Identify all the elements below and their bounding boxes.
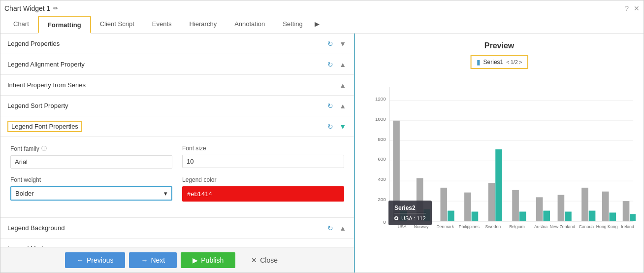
prop-row-legend-font: Legend Font Properties ↻ ▼ xyxy=(0,116,354,137)
tab-annotation[interactable]: Annotation xyxy=(225,16,274,34)
legend-next-icon[interactable]: > xyxy=(519,59,522,65)
chevron-up-icon-4[interactable]: ▲ xyxy=(338,223,347,233)
legend-font-expanded: Font family ⓘ Font size Font weight xyxy=(0,137,354,218)
publish-icon: ▶ xyxy=(193,256,198,264)
properties-list: Legend Properties ↻ ▼ Legend Alignment P… xyxy=(0,34,354,247)
prop-row-legend-properties: Legend Properties ↻ ▼ xyxy=(0,34,354,54)
svg-text:New Zealand: New Zealand xyxy=(550,224,576,229)
legend-bar-icon: ▮ xyxy=(477,58,481,66)
svg-text:Canada: Canada xyxy=(579,224,594,229)
prop-row-inherit-property: Inherit Property from Series ▲ xyxy=(0,75,354,96)
refresh-icon-3[interactable]: ↻ xyxy=(326,101,334,111)
close-x-icon: ✕ xyxy=(251,256,257,264)
chart-tooltip: Series2 USA : 112 xyxy=(388,201,432,225)
font-size-group: Font size xyxy=(182,145,344,169)
previous-button[interactable]: ← Previous xyxy=(65,252,125,268)
close-button[interactable]: ✕ Close xyxy=(239,252,290,268)
svg-text:Sweden: Sweden xyxy=(485,224,501,229)
legend-color-group: Legend color #eb1414 xyxy=(182,176,344,202)
chevron-up-icon-2[interactable]: ▲ xyxy=(338,80,347,90)
legend-alignment-actions: ↻ ▲ xyxy=(326,60,347,69)
svg-rect-44 xyxy=(623,201,630,221)
legend-background-label: Legend Background xyxy=(7,224,64,232)
font-row-2: Font weight Bolder ▾ Legend color #eb141… xyxy=(10,176,344,202)
font-weight-select[interactable]: Bolder ▾ xyxy=(10,186,172,201)
help-icon[interactable]: ? xyxy=(625,4,629,12)
svg-text:Hong Kong: Hong Kong xyxy=(596,224,618,229)
legend-series-name: Series1 xyxy=(483,59,504,66)
tab-setting[interactable]: Setting xyxy=(274,16,311,34)
inherit-property-label: Inherit Property from Series xyxy=(7,81,86,89)
chart-svg: 0 200 400 600 800 1000 1200 xyxy=(363,75,636,262)
chevron-up-icon-3[interactable]: ▲ xyxy=(338,101,347,111)
svg-rect-45 xyxy=(630,214,636,221)
left-panel: Legend Properties ↻ ▼ Legend Alignment P… xyxy=(0,34,355,273)
publish-button[interactable]: ▶ Publish xyxy=(181,252,235,268)
font-family-input[interactable] xyxy=(10,155,172,169)
font-row-1: Font family ⓘ Font size xyxy=(10,145,344,169)
edit-icon[interactable]: ✏ xyxy=(53,5,58,12)
tab-chart[interactable]: Chart xyxy=(4,16,38,34)
font-family-group: Font family ⓘ xyxy=(10,145,172,169)
content-area: Legend Properties ↻ ▼ Legend Alignment P… xyxy=(0,34,644,273)
tab-more-icon[interactable]: ▶ xyxy=(312,16,322,33)
svg-text:1200: 1200 xyxy=(375,96,386,102)
chevron-active-icon[interactable]: ▼ xyxy=(338,122,347,132)
arrow-right-icon: → xyxy=(141,256,148,264)
svg-text:Belgium: Belgium xyxy=(509,224,525,229)
svg-rect-26 xyxy=(488,183,495,221)
dropdown-chevron-icon: ▾ xyxy=(164,190,167,197)
prop-row-legend-markers: Legend Markers ▲ xyxy=(0,239,354,247)
legend-prev-icon[interactable]: < xyxy=(506,59,509,65)
font-size-input[interactable] xyxy=(182,155,344,168)
tab-client-script[interactable]: Client Script xyxy=(91,16,143,34)
prop-row-legend-background: Legend Background ↻ ▲ xyxy=(0,218,354,239)
svg-text:Austria: Austria xyxy=(534,224,547,229)
chart-area: ▮ Series1 < 1/2 > 0 xyxy=(363,55,636,265)
info-icon: ⓘ xyxy=(41,145,47,152)
svg-text:1000: 1000 xyxy=(375,116,386,122)
refresh-icon-4[interactable]: ↻ xyxy=(326,122,334,132)
svg-rect-21 xyxy=(448,211,454,221)
footer-bar: ← Previous → Next ▶ Publish ✕ Close xyxy=(0,247,354,273)
font-family-label: Font family ⓘ xyxy=(10,145,172,152)
inherit-property-actions: ▲ xyxy=(338,80,347,90)
svg-rect-41 xyxy=(602,192,609,221)
svg-text:Philippines: Philippines xyxy=(459,224,480,229)
tab-events[interactable]: Events xyxy=(143,16,181,34)
refresh-icon-5[interactable]: ↻ xyxy=(326,223,334,233)
right-panel: Preview ▮ Series1 < 1/2 > xyxy=(355,34,644,273)
tooltip-value: USA : 112 xyxy=(401,215,426,221)
svg-rect-39 xyxy=(589,211,596,221)
main-window: Chart Widget 1 ✏ ? ✕ Chart Formatting Cl… xyxy=(0,0,644,273)
legend-page: 1/2 xyxy=(511,59,518,65)
tooltip-dot xyxy=(394,216,398,220)
svg-rect-33 xyxy=(543,211,550,221)
svg-rect-27 xyxy=(495,149,502,221)
next-button[interactable]: → Next xyxy=(129,252,177,268)
svg-rect-23 xyxy=(464,193,471,221)
tooltip-title: Series2 xyxy=(394,205,426,213)
window-title: Chart Widget 1 xyxy=(4,4,50,12)
svg-text:400: 400 xyxy=(378,176,386,182)
tab-hierarchy[interactable]: Hierarchy xyxy=(181,16,226,34)
svg-rect-32 xyxy=(536,197,543,221)
font-weight-group: Font weight Bolder ▾ xyxy=(10,176,172,202)
legend-font-label: Legend Font Properties xyxy=(7,121,82,132)
chevron-down-icon[interactable]: ▼ xyxy=(338,39,347,49)
legend-properties-actions: ↻ ▼ xyxy=(326,39,347,49)
legend-box: ▮ Series1 < 1/2 > xyxy=(471,55,528,69)
svg-rect-42 xyxy=(610,212,616,221)
legend-color-input[interactable]: #eb1414 xyxy=(182,186,344,202)
preview-title: Preview xyxy=(363,41,636,50)
close-icon[interactable]: ✕ xyxy=(634,4,640,12)
prop-row-legend-sort: Legend Sort Property ↻ ▲ xyxy=(0,96,354,116)
legend-sort-label: Legend Sort Property xyxy=(7,102,68,109)
tab-formatting[interactable]: Formatting xyxy=(38,16,91,34)
svg-text:Ireland: Ireland xyxy=(621,224,634,229)
refresh-icon-2[interactable]: ↻ xyxy=(326,60,334,69)
refresh-icon[interactable]: ↻ xyxy=(326,39,334,49)
chevron-up-icon[interactable]: ▲ xyxy=(338,60,347,69)
svg-rect-30 xyxy=(519,211,526,221)
svg-rect-35 xyxy=(558,195,565,221)
